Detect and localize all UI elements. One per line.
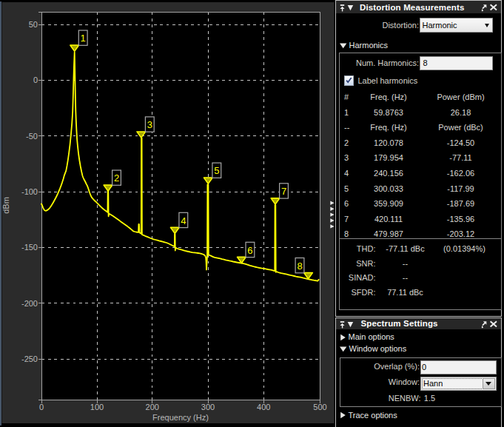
- svg-text:4: 4: [181, 215, 186, 226]
- svg-text:5: 5: [214, 165, 219, 176]
- svg-text:-200: -200: [21, 299, 38, 308]
- svg-text:2: 2: [114, 172, 119, 184]
- svg-text:-100: -100: [21, 187, 38, 196]
- svg-text:dBm: dBm: [1, 197, 10, 214]
- svg-text:50: 50: [29, 20, 38, 29]
- svg-text:3: 3: [147, 119, 152, 130]
- svg-text:-50: -50: [26, 132, 38, 141]
- svg-text:100: 100: [90, 403, 104, 411]
- svg-text:1: 1: [81, 33, 86, 44]
- svg-text:-250: -250: [21, 354, 38, 363]
- svg-text:400: 400: [257, 403, 270, 411]
- svg-text:200: 200: [146, 403, 159, 411]
- svg-text:Frequency (Hz): Frequency (Hz): [152, 413, 209, 422]
- svg-text:300: 300: [201, 403, 215, 411]
- svg-text:8: 8: [297, 260, 302, 272]
- svg-text:6: 6: [247, 245, 252, 256]
- svg-text:0: 0: [39, 403, 44, 411]
- svg-text:7: 7: [281, 186, 286, 197]
- svg-text:-150: -150: [21, 243, 38, 252]
- svg-text:0: 0: [33, 75, 38, 84]
- svg-text:500: 500: [313, 403, 326, 411]
